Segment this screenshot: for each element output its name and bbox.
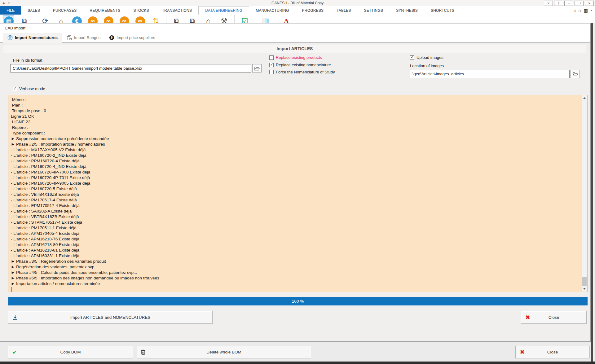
close-window-button[interactable]: × xyxy=(585,1,594,6)
import-log-area[interactable]: Mémo : Plan : Temps de pose : 0 Ligne 21… xyxy=(8,95,588,292)
menu-manufacturing[interactable]: MANUFACTURING xyxy=(249,6,295,15)
calculator-icon[interactable]: ▦ xyxy=(584,8,588,13)
cad-import-dialog: CAD import Import Nomenclatures Import R… xyxy=(0,23,591,342)
dialog-content: Import ARTICLES File in xls format Repla… xyxy=(0,43,590,341)
close-x-icon: ✖ xyxy=(520,349,525,356)
progress-fill: 100 % xyxy=(8,297,588,305)
warning-a-icon[interactable]: A xyxy=(281,15,292,23)
option-label: Upload images xyxy=(416,55,443,60)
restore-button[interactable] xyxy=(575,1,584,6)
menu-synthesis[interactable]: SYNTHESIS xyxy=(390,6,424,15)
home-icon[interactable]: ⌂ xyxy=(578,8,581,13)
refresh-icon[interactable]: ⟳ xyxy=(40,15,51,23)
scrollbar-thumb[interactable] xyxy=(582,277,587,286)
force-nomenclature-checkbox[interactable] xyxy=(269,70,274,74)
copy-bom-button[interactable]: ✔ Copy BOM xyxy=(8,346,133,358)
import-articles-button[interactable]: Import ARTICLES and NOMENCLATURES xyxy=(8,311,213,324)
minimize-button[interactable]: − xyxy=(564,1,573,6)
warehouse-import-icon[interactable]: ⌂ xyxy=(55,15,67,23)
menu-shortcuts[interactable]: SHORTCUTS xyxy=(424,6,461,15)
dialog-close-button[interactable]: ✖ Close xyxy=(521,311,587,324)
toolbar-separator xyxy=(35,15,35,23)
euro-prices-icon[interactable]: € xyxy=(71,15,82,23)
file-field-label: File in xls format xyxy=(13,58,42,63)
verbose-mode-checkbox[interactable] xyxy=(13,87,17,91)
option-label: Replace existing products xyxy=(276,55,322,60)
ribbon-toggle-button[interactable]: ↑ xyxy=(554,1,563,6)
transfer-icon[interactable]: ⇅ xyxy=(150,15,161,23)
menu-progress[interactable]: PROGRESS xyxy=(296,6,330,15)
ribbon-toolbar: ▦ ⧉ ⟳ ⌂ € ∞ ∞ ∞ ∞ ⇅ ⧉ ⧉ ⌂ ⚒ ☑ ▥ A xyxy=(0,15,595,23)
tab-label: Import Ranges xyxy=(74,35,100,40)
toolbar-separator xyxy=(255,15,255,23)
button-label: Copy BOM xyxy=(60,350,81,354)
replace-products-checkbox[interactable] xyxy=(269,55,274,60)
toolbar-separator xyxy=(166,15,166,23)
menu-file[interactable]: FILE xyxy=(0,6,21,15)
scroll-down-icon[interactable] xyxy=(582,286,587,292)
menu-sales[interactable]: SALES xyxy=(21,6,46,15)
ranges-pages-icon xyxy=(67,35,72,40)
images-location-input[interactable] xyxy=(410,70,570,78)
delete-whole-bom-button[interactable]: Delete whole BOM xyxy=(137,346,311,358)
window-right-edge xyxy=(591,23,593,362)
menu-settings[interactable]: SETTINGS xyxy=(358,6,390,15)
title-bar: ✦ ▾ GANESH - Bill of Material Copy ? ↑ −… xyxy=(0,0,595,6)
browse-file-button[interactable] xyxy=(252,64,262,72)
price-suppliers-icon: 9 xyxy=(109,35,114,40)
nomenclatures-grid-icon xyxy=(7,35,13,40)
log-scrollbar[interactable] xyxy=(582,95,587,292)
option-replace-nomenclature: Replace existing nomenclature xyxy=(269,63,331,67)
menu-tables[interactable]: TABLES xyxy=(330,6,357,15)
footer-close-button[interactable]: ✖ Close xyxy=(515,346,590,358)
info-icon[interactable]: i xyxy=(574,8,575,13)
button-label: Close xyxy=(547,350,558,354)
menu-stocks[interactable]: STOCKS xyxy=(127,6,155,15)
home-maintenance-icon[interactable]: ⌂ xyxy=(203,15,214,23)
tab-import-price-suppliers[interactable]: 9 Import price suppliers xyxy=(105,33,159,42)
tools-icon[interactable]: ⚒ xyxy=(218,15,230,23)
menu-transactions[interactable]: TRANSACTIONS xyxy=(156,6,198,15)
menu-right-icons: i ⌂ ▦ ▾ xyxy=(574,6,595,15)
toolbar-separator xyxy=(276,15,276,23)
button-label: Delete whole BOM xyxy=(206,350,241,354)
copy-bom-icon[interactable]: ⧉ xyxy=(171,15,182,23)
company-icon[interactable]: ▥ xyxy=(260,15,271,23)
import-progress-bar: 100 % xyxy=(8,297,588,305)
bom-structure-icon[interactable]: ⧉ xyxy=(19,15,30,23)
link-articles-icon-2[interactable]: ∞ xyxy=(103,15,114,23)
option-label: Replace existing nomenclature xyxy=(276,63,331,67)
menu-requirements[interactable]: REQUIREMENTS xyxy=(83,6,127,15)
cad-import-icon[interactable]: ▦ xyxy=(3,15,14,23)
dialog-tab-bar: Import Nomenclatures Import Ranges 9 Imp… xyxy=(0,32,590,43)
file-path-input[interactable] xyxy=(10,64,251,72)
trash-icon xyxy=(141,349,145,355)
validate-table-icon[interactable]: ☑ xyxy=(239,15,250,23)
tab-import-ranges[interactable]: Import Ranges xyxy=(62,33,105,42)
link-articles-icon-3[interactable]: ∞ xyxy=(119,15,130,23)
option-replace-products: Replace existing products xyxy=(269,55,322,60)
copy-bom-multi-icon[interactable]: ⧉ xyxy=(187,15,198,23)
option-label: Force the Nomenclature of Study xyxy=(276,70,335,74)
option-upload-images: Upload images xyxy=(410,55,443,60)
menu-purchases[interactable]: PURCHASES xyxy=(46,6,83,15)
open-folder-icon xyxy=(254,66,260,71)
window-controls: ? ↑ − × xyxy=(544,1,594,6)
import-log-text: Mémo : Plan : Temps de pose : 0 Ligne 21… xyxy=(11,97,579,287)
help-button[interactable]: ? xyxy=(544,1,553,6)
browse-location-button[interactable] xyxy=(571,70,580,78)
calculator-caret-icon[interactable]: ▾ xyxy=(591,9,592,12)
text-caret xyxy=(11,287,11,292)
green-check-icon: ✔ xyxy=(12,349,17,356)
replace-nomenclature-checkbox[interactable] xyxy=(269,63,274,67)
link-articles-icon-4[interactable]: ∞ xyxy=(134,15,146,23)
upload-images-checkbox[interactable] xyxy=(410,55,414,60)
tab-import-nomenclatures[interactable]: Import Nomenclatures xyxy=(3,33,62,43)
window-bottom-edge xyxy=(0,362,595,364)
link-articles-icon-1[interactable]: ∞ xyxy=(87,15,98,23)
scroll-up-icon[interactable] xyxy=(582,95,587,101)
option-force-nomenclature: Force the Nomenclature of Study xyxy=(269,70,335,74)
download-icon xyxy=(12,315,18,320)
button-label: Import ARTICLES and NOMENCLATURES xyxy=(70,315,150,320)
menu-data-engineering[interactable]: DATA ENGINEERING xyxy=(198,6,249,15)
